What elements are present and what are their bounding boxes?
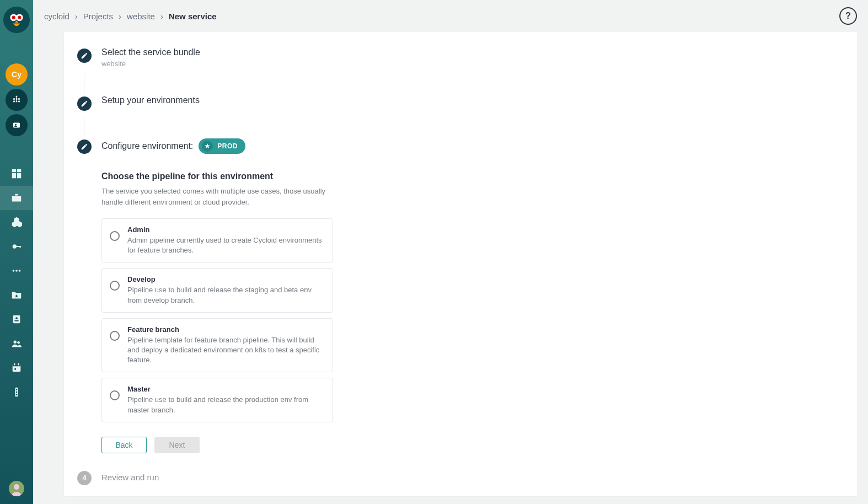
svg-rect-15 <box>20 246 21 248</box>
main: cycloid › Projects › website › New servi… <box>33 0 868 504</box>
svg-point-13 <box>13 244 17 248</box>
env-chip-label: PROD <box>217 142 238 150</box>
step-4: 4 Review and run <box>77 470 842 485</box>
cubes-icon <box>10 216 23 228</box>
option-master-title: Master <box>127 385 325 393</box>
svg-rect-9 <box>12 169 16 173</box>
nav-events[interactable] <box>0 356 33 380</box>
step-1[interactable]: Select the service bundle website <box>77 47 842 73</box>
svg-point-17 <box>15 270 18 272</box>
dots-icon <box>10 265 23 277</box>
step-3: Configure environment: PROD <box>77 138 842 159</box>
nav-inventory[interactable] <box>0 307 33 331</box>
step-connector <box>84 116 84 138</box>
breadcrumb-project[interactable]: website <box>127 12 155 21</box>
svg-point-34 <box>14 484 19 490</box>
nav-hierarchy[interactable] <box>6 89 28 111</box>
key-icon <box>10 240 23 253</box>
option-master[interactable]: Master Pipeline use to build and release… <box>101 378 333 422</box>
svg-point-16 <box>13 270 15 272</box>
chevron-right-icon: › <box>160 12 163 21</box>
breadcrumb-org[interactable]: cycloid <box>44 12 69 21</box>
content-title: Choose the pipeline for this environment <box>101 171 333 181</box>
option-develop-title: Develop <box>127 275 325 283</box>
step-2-title: Setup your environments <box>101 95 842 105</box>
svg-point-31 <box>16 392 18 393</box>
nav-dashboard[interactable] <box>0 162 33 186</box>
option-feature-branch-title: Feature branch <box>127 325 325 334</box>
radio-master[interactable] <box>110 390 120 400</box>
svg-point-20 <box>15 317 18 319</box>
edit-icon <box>77 140 92 154</box>
svg-point-32 <box>16 394 18 395</box>
topbar: cycloid › Projects › website › New servi… <box>33 0 868 32</box>
env-chip-prod: PROD <box>199 138 245 154</box>
option-develop-desc: Pipeline use to build and release the st… <box>127 285 325 305</box>
traffic-light-icon <box>10 386 23 398</box>
svg-rect-21 <box>14 320 18 321</box>
sidebar: Cy <box>0 0 33 504</box>
chevron-right-icon: › <box>119 12 121 21</box>
contact-icon <box>10 313 23 325</box>
step-2[interactable]: Setup your environments <box>77 95 842 116</box>
nav-logs[interactable] <box>0 380 33 404</box>
svg-point-5 <box>19 17 20 18</box>
svg-rect-12 <box>17 173 21 178</box>
svg-rect-11 <box>12 173 16 178</box>
user-avatar[interactable] <box>9 481 24 496</box>
button-row: Back Next <box>101 437 333 453</box>
step-1-sub: website <box>101 60 842 68</box>
sitemap-icon <box>12 95 22 105</box>
help-button[interactable]: ? <box>839 7 857 25</box>
step-1-title: Select the service bundle <box>101 47 842 57</box>
svg-point-30 <box>16 389 18 390</box>
svg-rect-26 <box>14 363 15 366</box>
step-connector <box>84 73 84 95</box>
briefcase-icon <box>10 192 23 204</box>
star-icon <box>202 141 213 152</box>
svg-point-7 <box>15 124 17 126</box>
svg-point-23 <box>17 341 20 344</box>
avatar-icon <box>9 481 24 496</box>
radio-admin[interactable] <box>110 231 120 241</box>
app-logo[interactable] <box>3 7 30 33</box>
option-admin-desc: Admin pipeline currently used to create … <box>127 235 325 255</box>
nav-pipelines[interactable] <box>0 259 33 283</box>
nav-stacks[interactable] <box>0 210 33 234</box>
step-4-number: 4 <box>77 471 92 485</box>
grid-icon <box>10 168 23 180</box>
owl-icon <box>7 10 26 29</box>
radio-develop[interactable] <box>110 281 120 291</box>
breadcrumb-current: New service <box>169 12 217 21</box>
option-feature-branch[interactable]: Feature branch Pipeline template for fea… <box>101 318 333 373</box>
next-button[interactable]: Next <box>154 437 200 453</box>
svg-rect-8 <box>14 126 17 127</box>
option-admin[interactable]: Admin Admin pipeline currently used to c… <box>101 218 333 262</box>
people-icon <box>10 337 23 350</box>
nav-group <box>0 162 33 404</box>
breadcrumb-projects[interactable]: Projects <box>83 12 113 21</box>
svg-rect-6 <box>13 123 20 128</box>
nav-favorites[interactable] <box>0 283 33 307</box>
nav-members[interactable] <box>0 331 33 356</box>
nav-id-card[interactable] <box>6 114 28 136</box>
edit-icon <box>77 96 92 111</box>
svg-rect-10 <box>17 169 21 173</box>
svg-rect-28 <box>14 368 16 370</box>
back-button[interactable]: Back <box>101 437 147 453</box>
edit-icon <box>77 49 92 63</box>
nav-projects[interactable] <box>0 186 33 210</box>
id-card-icon <box>12 120 22 130</box>
wizard-card: Select the service bundle website Setup … <box>64 32 857 496</box>
svg-point-4 <box>13 17 14 18</box>
svg-rect-27 <box>18 363 19 366</box>
option-master-desc: Pipeline use to build and release the pr… <box>127 395 325 415</box>
radio-feature-branch[interactable] <box>110 331 120 341</box>
option-develop[interactable]: Develop Pipeline use to build and releas… <box>101 268 333 312</box>
nav-credentials[interactable] <box>0 234 33 259</box>
org-badge[interactable]: Cy <box>6 63 28 85</box>
svg-point-18 <box>19 270 21 272</box>
step-4-title: Review and run <box>101 473 159 482</box>
option-admin-title: Admin <box>127 226 325 234</box>
folder-star-icon <box>10 289 23 301</box>
